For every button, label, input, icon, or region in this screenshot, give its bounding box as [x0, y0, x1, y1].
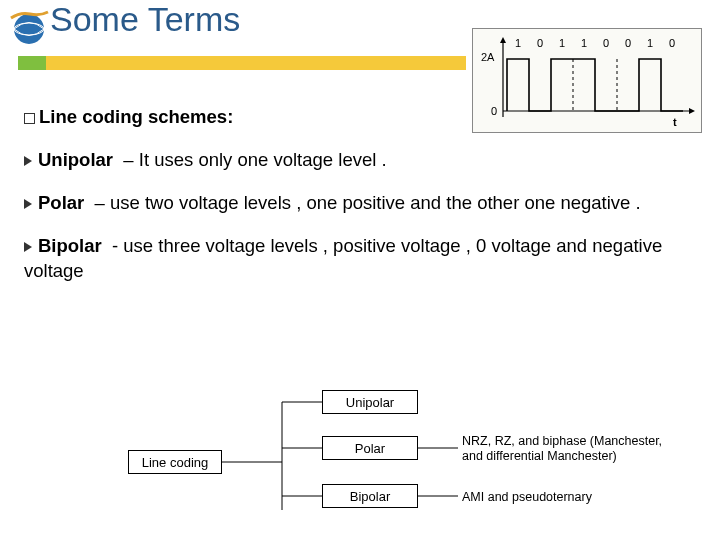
section-heading: Line coding schemes:	[24, 105, 704, 130]
node-unipolar: Unipolar	[322, 390, 418, 414]
triangle-bullet-icon	[24, 156, 32, 166]
node-polar: Polar	[322, 436, 418, 460]
svg-text:0: 0	[603, 37, 609, 49]
note-polar: NRZ, RZ, and biphase (Manchester, and di…	[462, 434, 682, 464]
globe-logo	[8, 6, 50, 48]
svg-text:1: 1	[515, 37, 521, 49]
item-bipolar: Bipolar - use three voltage levels , pos…	[24, 234, 704, 284]
item-unipolar: Unipolar – It uses only one voltage leve…	[24, 148, 704, 173]
svg-text:1: 1	[647, 37, 653, 49]
svg-text:1: 1	[581, 37, 587, 49]
svg-text:1: 1	[559, 37, 565, 49]
node-root: Line coding	[128, 450, 222, 474]
note-bipolar: AMI and pseudoternary	[462, 490, 682, 505]
svg-text:0: 0	[625, 37, 631, 49]
y-top-label: 2A	[481, 51, 495, 63]
triangle-bullet-icon	[24, 242, 32, 252]
bit-labels: 10110010	[515, 37, 675, 49]
square-bullet-icon	[24, 113, 35, 124]
accent-stripe	[18, 56, 466, 70]
svg-marker-3	[500, 37, 506, 43]
content-area: Line coding schemes: Unipolar – It uses …	[24, 105, 704, 302]
item-polar: Polar – use two voltage levels , one pos…	[24, 191, 704, 216]
coding-tree-diagram: Line coding Unipolar Polar Bipolar NRZ, …	[110, 380, 690, 530]
triangle-bullet-icon	[24, 199, 32, 209]
svg-text:0: 0	[669, 37, 675, 49]
node-bipolar: Bipolar	[322, 484, 418, 508]
svg-text:0: 0	[537, 37, 543, 49]
svg-point-0	[14, 14, 44, 44]
slide-title: Some Terms	[50, 0, 240, 39]
